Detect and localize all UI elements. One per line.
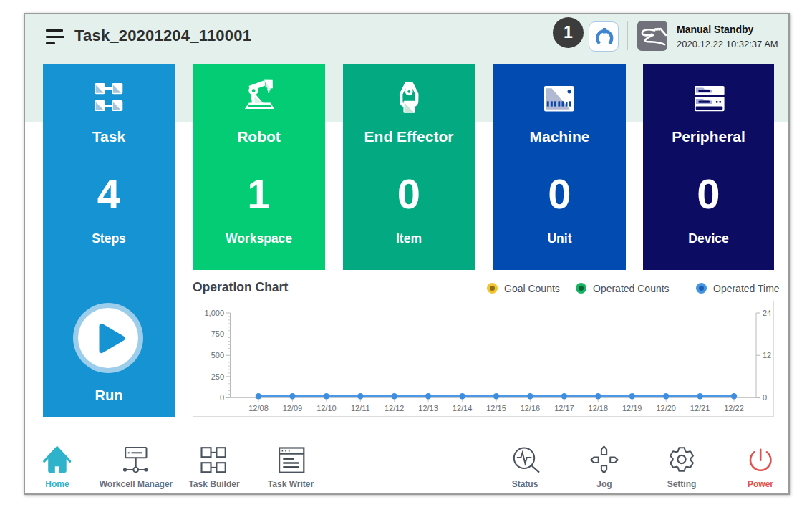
svg-text:12/13: 12/13 — [418, 404, 438, 412]
svg-text:12/21: 12/21 — [690, 404, 710, 412]
svg-text:12/15: 12/15 — [486, 404, 506, 412]
svg-text:12/10: 12/10 — [316, 404, 337, 412]
svg-text:0: 0 — [220, 393, 224, 402]
svg-text:750: 750 — [211, 329, 224, 338]
svg-text:12/17: 12/17 — [554, 404, 574, 412]
svg-text:12/11: 12/11 — [351, 404, 370, 412]
svg-text:12: 12 — [763, 351, 771, 359]
svg-text:12/19: 12/19 — [622, 404, 642, 412]
svg-text:12/12: 12/12 — [385, 404, 405, 412]
svg-text:24: 24 — [763, 309, 771, 317]
svg-text:12/14: 12/14 — [453, 404, 473, 412]
svg-text:12/16: 12/16 — [521, 404, 541, 412]
svg-text:12/22: 12/22 — [724, 404, 744, 412]
svg-text:1,000: 1,000 — [204, 309, 224, 317]
svg-text:0: 0 — [763, 393, 767, 402]
svg-text:12/09: 12/09 — [283, 404, 303, 412]
svg-text:250: 250 — [211, 372, 224, 381]
svg-text:500: 500 — [211, 351, 224, 359]
svg-text:12/08: 12/08 — [248, 404, 269, 412]
svg-text:12/18: 12/18 — [589, 404, 609, 412]
svg-text:12/20: 12/20 — [656, 404, 676, 412]
